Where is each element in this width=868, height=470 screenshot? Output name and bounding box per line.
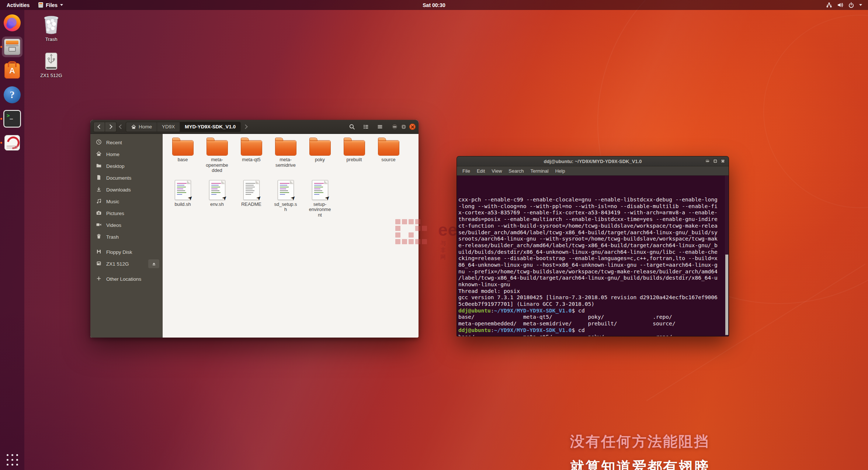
file-item[interactable]: ➤setup-environment — [303, 179, 337, 218]
search-button[interactable] — [346, 122, 358, 132]
terminal-text: ddj@ubuntu — [458, 327, 491, 333]
folder-item[interactable]: meta-semidrive — [268, 138, 303, 173]
chevron-left-icon — [97, 124, 102, 129]
top-bar: Activities Files Sat 00:30 — [0, 0, 868, 10]
home-icon — [96, 151, 102, 158]
red-swirl-app-icon — [4, 135, 20, 151]
folder-item[interactable]: meta-qt5 — [234, 138, 268, 173]
activities-button[interactable]: Activities — [2, 0, 34, 10]
dock-item-red-swirl-app[interactable] — [2, 132, 22, 153]
terminal-icon: >_ — [4, 111, 20, 127]
terminal-line: ct-function --with-build-sysroot=/home/t… — [458, 222, 729, 229]
dock-item-files[interactable] — [2, 37, 22, 57]
terminal-maximize-button[interactable] — [712, 158, 718, 164]
file-item[interactable]: ➤build.sh — [166, 179, 200, 218]
symlink-arrow-icon: ➤ — [221, 194, 228, 201]
trash-icon — [96, 234, 102, 241]
dock-item-help[interactable]: ? — [2, 84, 22, 105]
list-view-icon — [363, 124, 369, 130]
ubuntu-software-icon: A — [4, 63, 20, 79]
sidebar-item-other-locations[interactable]: Other Locations — [90, 273, 162, 285]
terminal-line: x-cortex-a53-835769 --enable-fix-cortex-… — [458, 209, 729, 216]
desktop-icon-trash[interactable]: Trash — [36, 14, 66, 42]
file-item[interactable]: ➤env.sh — [200, 179, 234, 218]
app-menu-files[interactable]: Files — [34, 0, 67, 10]
file-label: meta-openembedded — [205, 157, 229, 173]
terminal-menu-view[interactable]: View — [488, 168, 505, 174]
file-label: base — [171, 157, 195, 163]
terminal-scrollbar-thumb[interactable] — [725, 255, 728, 335]
files-content[interactable]: basemeta-openembeddedmeta-qt5meta-semidr… — [163, 134, 419, 338]
minimize-button[interactable] — [392, 124, 398, 130]
folder-icon — [241, 141, 262, 155]
clock-icon — [96, 139, 102, 146]
folder-item[interactable]: source — [371, 138, 406, 173]
terminal-titlebar[interactable]: ddj@ubuntu: ~/YD9X/MYD-YD9X-SDK_V1.0 — [457, 156, 729, 166]
folder-item[interactable]: prebuilt — [337, 138, 371, 173]
sidebar-item-pictures[interactable]: Pictures — [90, 207, 162, 219]
terminal-text: 86_64-unknown-linux-gnu --host=x86_64-un… — [458, 262, 718, 268]
terminal-output[interactable]: cxx-pch --enable-c99 --enable-clocale=gn… — [457, 176, 729, 336]
show-applications-button[interactable] — [5, 452, 20, 467]
sidebar-item-downloads[interactable]: Downloads — [90, 184, 162, 196]
terminal-title: ddj@ubuntu: ~/YD9X/MYD-YD9X-SDK_V1.0 — [457, 159, 729, 164]
symlink-arrow-icon: ➤ — [324, 194, 331, 201]
folder-item[interactable]: base — [166, 138, 200, 173]
path-scroll-left-icon[interactable] — [119, 124, 124, 129]
path-scroll-right-icon[interactable] — [243, 124, 248, 129]
breadcrumb-parent[interactable]: YD9X — [157, 122, 180, 132]
terminal-menu-search[interactable]: Search — [505, 168, 527, 174]
dock-item-terminal[interactable]: >_ — [2, 108, 22, 129]
music-icon — [96, 198, 102, 205]
terminal-menu-help[interactable]: Help — [552, 168, 569, 174]
sidebar-item-zx1-512g[interactable]: ZX1 512G — [90, 258, 162, 270]
terminal-line: nu --prefix=/home/tcwg-buildslave/worksp… — [458, 268, 729, 275]
breadcrumb-current[interactable]: MYD-YD9X-SDK_V1.0 — [180, 122, 240, 132]
terminal-line: nknown-linux-gnu — [458, 281, 729, 288]
symlink-arrow-icon: ➤ — [187, 194, 194, 201]
sidebar-item-floppy-disk[interactable]: Floppy Disk — [90, 246, 162, 258]
maximize-button[interactable] — [400, 124, 407, 130]
file-text-lines — [280, 183, 291, 195]
system-menu[interactable] — [823, 0, 865, 10]
file-item[interactable]: ➤sd_setup.sh — [268, 179, 303, 218]
back-button[interactable] — [93, 122, 105, 132]
close-button[interactable] — [409, 124, 416, 130]
terminal-close-button[interactable] — [720, 158, 726, 164]
forward-button[interactable] — [105, 122, 117, 132]
sidebar-item-desktop[interactable]: Desktop — [90, 160, 162, 172]
dock-item-ubuntu-software[interactable]: A — [2, 61, 22, 81]
sidebar-item-recent[interactable]: Recent — [90, 136, 162, 148]
file-label: prebuilt — [342, 157, 367, 163]
terminal-minimize-button[interactable] — [705, 158, 710, 164]
file-label: env.sh — [205, 202, 229, 207]
terminal-menu-terminal[interactable]: Terminal — [527, 168, 552, 174]
file-item[interactable]: ➤README — [234, 179, 268, 218]
desktop-icon-usb-drive[interactable]: ZX1 512G — [36, 52, 66, 78]
terminal-line: gcc version 7.3.1 20180425 [linaro-7.3-2… — [458, 294, 729, 301]
sidebar-item-trash[interactable]: Trash — [90, 231, 162, 243]
download-icon — [96, 186, 102, 193]
sidebar-item-videos[interactable]: Videos — [90, 219, 162, 231]
sidebar-item-home[interactable]: Home — [90, 148, 162, 160]
trash-full-icon — [42, 14, 61, 35]
terminal-line: e-release/builder_arch/amd64/label/tcwg-… — [458, 242, 729, 249]
folder-item[interactable]: meta-openembedded — [200, 138, 234, 173]
file-label: poky — [308, 157, 332, 163]
folder-item[interactable]: poky — [303, 138, 337, 173]
view-toggle-button[interactable] — [360, 122, 372, 132]
terminal-text: gcc version 7.3.1 20180425 [linaro-7.3-2… — [458, 294, 718, 300]
terminal-menu-file[interactable]: File — [459, 168, 473, 174]
folder-icon — [275, 141, 296, 155]
menu-button[interactable] — [374, 122, 386, 132]
file-label: build.sh — [171, 202, 195, 207]
sidebar-item-documents[interactable]: Documents — [90, 172, 162, 184]
sidebar-item-music[interactable]: Music — [90, 196, 162, 207]
dock-item-firefox[interactable] — [2, 13, 22, 33]
clock-button[interactable]: Sat 00:30 — [418, 0, 449, 10]
clock-label: Sat 00:30 — [423, 2, 445, 8]
breadcrumb-home[interactable]: Home — [126, 122, 157, 132]
breadcrumb-label: YD9X — [162, 124, 175, 129]
eject-button[interactable] — [148, 259, 159, 268]
terminal-menu-edit[interactable]: Edit — [473, 168, 488, 174]
